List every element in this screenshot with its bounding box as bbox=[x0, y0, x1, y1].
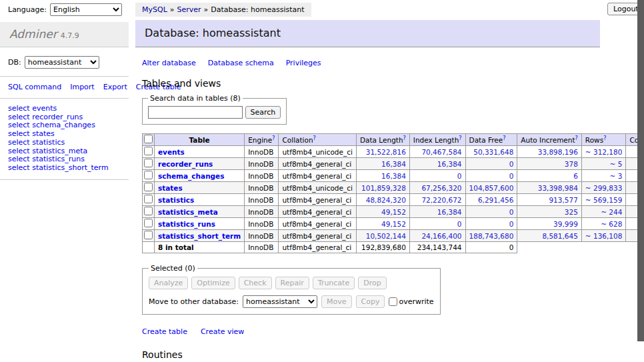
database-action-link[interactable]: Privileges bbox=[286, 59, 321, 67]
selected-action-button[interactable]: Truncate bbox=[313, 277, 355, 289]
cell-auto-increment[interactable]: 6 bbox=[517, 170, 582, 182]
cell-data-free[interactable]: 0 bbox=[465, 206, 517, 218]
search-button[interactable]: Search bbox=[245, 106, 281, 119]
cell-rows[interactable]: ~ 299,833 bbox=[581, 182, 626, 194]
copy-button[interactable]: Copy bbox=[356, 295, 385, 308]
cell-index-length[interactable]: 0 bbox=[409, 170, 465, 182]
db-label: DB: bbox=[8, 58, 21, 67]
table-name-link[interactable]: statistics_short_term bbox=[158, 232, 241, 240]
row-checkbox[interactable] bbox=[144, 147, 153, 155]
cell-index-length[interactable]: 16,384 bbox=[409, 206, 465, 218]
language-select[interactable]: English bbox=[50, 3, 122, 16]
cell-auto-increment[interactable]: 39,999 bbox=[517, 218, 582, 230]
cell-rows[interactable]: ~ 3 bbox=[581, 170, 626, 182]
row-checkbox[interactable] bbox=[144, 231, 153, 239]
move-database-select[interactable]: homeassistant bbox=[243, 295, 317, 308]
cell-index-length[interactable]: 72,220,672 bbox=[409, 194, 465, 206]
sidebar-select-link[interactable]: select statistics_short_term bbox=[8, 164, 121, 173]
cell-data-length[interactable]: 10,502,144 bbox=[356, 230, 409, 242]
select-all-checkbox[interactable] bbox=[144, 135, 153, 143]
row-checkbox[interactable] bbox=[144, 219, 153, 227]
column-help-link[interactable]: ? bbox=[403, 135, 406, 141]
breadcrumb-mysql-link[interactable]: MySQL bbox=[142, 5, 167, 14]
cell-data-length[interactable]: 49,152 bbox=[356, 218, 409, 230]
cell-rows[interactable]: ~ 136,108 bbox=[581, 230, 626, 242]
sidebar-select-link[interactable]: select statistics bbox=[8, 139, 121, 147]
search-input[interactable] bbox=[148, 106, 243, 119]
cell-index-length[interactable]: 0 bbox=[409, 218, 465, 230]
cell-data-length[interactable]: 49,152 bbox=[356, 206, 409, 218]
cell-data-length[interactable]: 31,522,816 bbox=[356, 146, 409, 158]
table-name-link[interactable]: events bbox=[158, 148, 185, 156]
sidebar-actions: SQL commandImportExportCreate table bbox=[0, 77, 123, 98]
row-checkbox-cell bbox=[143, 146, 155, 158]
db-select[interactable]: homeassistant bbox=[25, 56, 99, 69]
database-action-link[interactable]: Alter database bbox=[142, 59, 196, 67]
selected-legend: Selected (0) bbox=[149, 264, 197, 273]
table-name-link[interactable]: statistics_runs bbox=[158, 220, 215, 228]
selected-action-button[interactable]: Drop bbox=[358, 277, 386, 289]
table-name-link[interactable]: statistics_meta bbox=[158, 208, 218, 216]
column-help-link[interactable]: ? bbox=[575, 135, 578, 141]
sidebar-select-link[interactable]: select states bbox=[8, 130, 121, 139]
cell-data-free[interactable]: 6,291,456 bbox=[465, 194, 517, 206]
row-checkbox[interactable] bbox=[144, 207, 153, 215]
row-checkbox[interactable] bbox=[144, 159, 153, 167]
cell-auto-increment[interactable]: 33,898,196 bbox=[517, 146, 582, 158]
overwrite-checkbox[interactable] bbox=[389, 297, 397, 306]
cell-rows[interactable]: ~ 628 bbox=[581, 218, 626, 230]
cell-index-length[interactable]: 16,384 bbox=[409, 158, 465, 170]
sidebar-action-link[interactable]: Import bbox=[70, 83, 95, 91]
cell-data-free[interactable]: 104,857,600 bbox=[465, 182, 517, 194]
sidebar-action-link[interactable]: Export bbox=[103, 83, 127, 91]
cell-data-length[interactable]: 16,384 bbox=[356, 170, 409, 182]
cell-auto-increment[interactable]: 325 bbox=[517, 206, 582, 218]
selected-action-button[interactable]: Repair bbox=[275, 277, 309, 289]
table-row: statistics InnoDB utf8mb4_general_ci 48,… bbox=[143, 194, 644, 206]
cell-auto-increment[interactable]: 8,581,645 bbox=[517, 230, 582, 242]
column-header: Engine? bbox=[245, 134, 279, 146]
row-checkbox[interactable] bbox=[144, 171, 153, 179]
create-link[interactable]: Create view bbox=[201, 327, 244, 336]
selected-action-button[interactable]: Check bbox=[239, 277, 272, 289]
sidebar-action-link[interactable]: SQL command bbox=[8, 83, 61, 91]
cell-data-length[interactable]: 101,859,328 bbox=[356, 182, 409, 194]
column-help-link[interactable]: ? bbox=[313, 135, 316, 141]
cell-data-free[interactable]: 0 bbox=[465, 158, 517, 170]
table-name-link[interactable]: states bbox=[158, 184, 183, 192]
column-help-link[interactable]: ? bbox=[603, 135, 606, 141]
table-name-link[interactable]: schema_changes bbox=[158, 172, 225, 180]
cell-data-free[interactable]: 0 bbox=[465, 170, 517, 182]
cell-rows[interactable]: ~ 312,180 bbox=[581, 146, 626, 158]
cell-rows[interactable]: ~ 569,159 bbox=[581, 194, 626, 206]
row-checkbox[interactable] bbox=[144, 195, 153, 203]
scrollbar-thumb[interactable] bbox=[637, 0, 644, 341]
row-checkbox[interactable] bbox=[144, 183, 153, 191]
table-name-link[interactable]: statistics bbox=[158, 196, 194, 204]
cell-index-length[interactable]: 24,166,400 bbox=[409, 230, 465, 242]
table-name-link[interactable]: recorder_runs bbox=[158, 160, 213, 168]
cell-data-length[interactable]: 16,384 bbox=[356, 158, 409, 170]
cell-index-length[interactable]: 70,467,584 bbox=[409, 146, 465, 158]
cell-auto-increment[interactable]: 378 bbox=[517, 158, 582, 170]
cell-data-free[interactable]: 188,743,680 bbox=[465, 230, 517, 242]
column-help-link[interactable]: ? bbox=[459, 135, 461, 141]
cell-index-length[interactable]: 67,256,320 bbox=[409, 182, 465, 194]
vertical-scrollbar[interactable] bbox=[637, 0, 644, 362]
selected-action-button[interactable]: Analyze bbox=[149, 277, 188, 289]
cell-auto-increment[interactable]: 913,577 bbox=[517, 194, 582, 206]
cell-auto-increment[interactable]: 33,398,984 bbox=[517, 182, 582, 194]
database-action-link[interactable]: Database schema bbox=[208, 59, 274, 67]
cell-data-free[interactable]: 50,331,648 bbox=[465, 146, 517, 158]
selected-action-button[interactable]: Optimize bbox=[191, 277, 235, 289]
move-button[interactable]: Move bbox=[321, 295, 352, 308]
cell-data-free[interactable]: 0 bbox=[465, 218, 517, 230]
column-help-link[interactable]: ? bbox=[503, 135, 505, 141]
cell-data-length[interactable]: 48,824,320 bbox=[356, 194, 409, 206]
breadcrumb-server-link[interactable]: Server bbox=[177, 5, 201, 14]
sidebar-select-link[interactable]: select events bbox=[8, 105, 121, 113]
column-help-link[interactable]: ? bbox=[272, 135, 275, 141]
cell-rows[interactable]: ~ 244 bbox=[581, 206, 626, 218]
create-link[interactable]: Create table bbox=[142, 327, 187, 336]
cell-rows[interactable]: ~ 5 bbox=[581, 158, 626, 170]
